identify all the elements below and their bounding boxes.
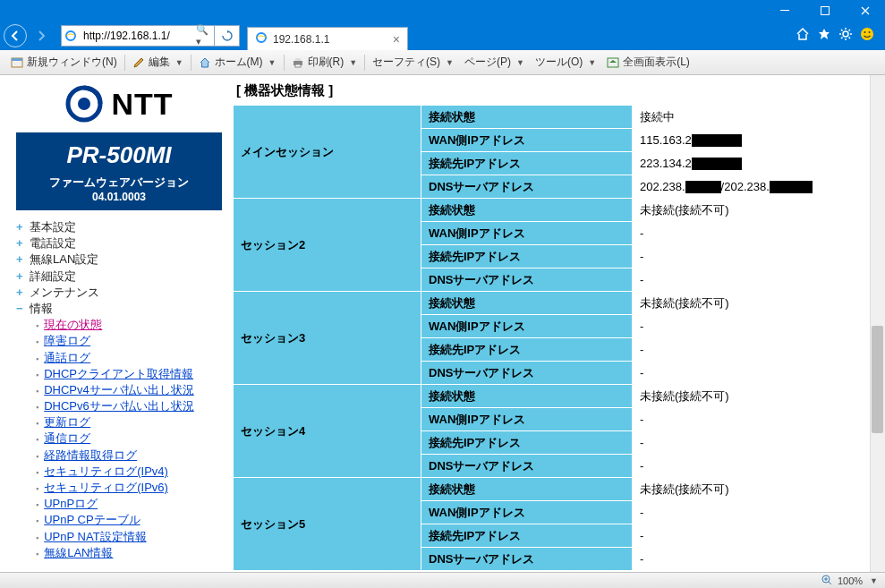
nav-back-button[interactable] — [4, 24, 27, 47]
nav-category[interactable]: 情報 — [16, 301, 222, 317]
ntt-logo: NTT — [16, 84, 222, 124]
table-row: セッション4接続状態未接続(接続不可) — [234, 385, 859, 408]
svg-rect-1 — [821, 7, 829, 15]
nav-category[interactable]: 電話設定 — [16, 235, 222, 251]
brand-text: NTT — [111, 87, 173, 122]
address-bar[interactable]: 🔍 ▾ — [61, 25, 215, 47]
nav-category[interactable]: メンテナンス — [16, 285, 222, 301]
separator — [284, 55, 285, 71]
fullscreen-label: 全画面表示(L) — [623, 55, 690, 70]
tools-label: ツール(O) — [535, 55, 583, 70]
zoom-icon[interactable] — [821, 575, 832, 587]
status-key-cell: DNSサーバアドレス — [421, 268, 633, 292]
status-key-cell: DNSサーバアドレス — [421, 455, 633, 478]
home-icon[interactable] — [796, 27, 810, 45]
nav-link-anchor[interactable]: UPnPログ — [44, 497, 98, 510]
nav-link-anchor[interactable]: セキュリティログ(IPv4) — [44, 464, 168, 478]
table-row: セッション2接続状態未接続(接続不可) — [234, 199, 859, 222]
tab-strip: 192.168.1.1 × — [247, 21, 408, 50]
printer-icon — [292, 56, 304, 69]
home-button[interactable]: ホーム(M)▼ — [193, 52, 282, 73]
favorites-icon[interactable] — [817, 27, 831, 45]
nav-category[interactable]: 無線LAN設定 — [16, 251, 222, 268]
settings-icon[interactable] — [838, 27, 853, 45]
safety-label: セーフティ(S) — [372, 55, 440, 70]
svg-rect-11 — [295, 58, 301, 61]
tab-close-button[interactable]: × — [393, 32, 400, 47]
page-title: [ 機器状態情報 ] — [233, 81, 881, 105]
nav-link-anchor[interactable]: 更新ログ — [44, 415, 90, 429]
nav-link-anchor[interactable]: セキュリティログ(IPv6) — [44, 481, 168, 494]
nav-link: 通信ログ — [36, 430, 222, 447]
url-input[interactable] — [80, 30, 196, 42]
svg-point-3 — [257, 33, 266, 42]
status-value-cell: - — [633, 431, 859, 455]
status-key-cell: 接続状態 — [421, 478, 633, 501]
nav-link: DHCPv4サーバ払い出し状況 — [36, 382, 222, 398]
nav-link-anchor[interactable]: 通話ログ — [44, 351, 90, 364]
fullscreen-button[interactable]: 全画面表示(L) — [601, 52, 695, 73]
nav-category[interactable]: 詳細設定 — [16, 268, 222, 285]
page-content: NTT PR-500MI ファームウェアバージョン 04.01.0003 基本設… — [0, 75, 885, 572]
status-key-cell: DNSサーバアドレス — [421, 548, 633, 571]
status-value-cell: 115.163.2 — [633, 129, 859, 152]
nav-category[interactable]: 基本設定 — [16, 219, 222, 235]
window-maximize-button[interactable] — [804, 0, 845, 21]
nav-link-anchor[interactable]: UPnP CPテーブル — [44, 513, 140, 526]
ie-icon — [255, 31, 268, 47]
command-toolbar: 新規ウィンドウ(N) 編集▼ ホーム(M)▼ 印刷(R)▼ セーフティ(S)▼ … — [0, 50, 885, 75]
status-key-cell: WAN側IPアドレス — [421, 222, 633, 245]
nav-link-anchor[interactable]: DHCPv4サーバ払い出し状況 — [44, 383, 194, 396]
status-key-cell: 接続先IPアドレス — [421, 524, 633, 548]
new-window-button[interactable]: 新規ウィンドウ(N) — [5, 52, 123, 73]
firmware-label: ファームウェアバージョン — [16, 175, 222, 191]
safety-button[interactable]: セーフティ(S)▼ — [367, 52, 459, 73]
svg-point-2 — [66, 31, 75, 40]
search-dropdown-icon[interactable]: 🔍 ▾ — [196, 24, 214, 47]
nav-forward-button[interactable] — [27, 23, 55, 48]
window-minimize-button[interactable] — [764, 0, 804, 21]
vertical-scrollbar[interactable] — [870, 75, 885, 572]
print-button[interactable]: 印刷(R)▼ — [286, 52, 363, 73]
firmware-version: 04.01.0003 — [16, 191, 222, 203]
browser-tab[interactable]: 192.168.1.1 × — [247, 27, 408, 50]
nav-link-anchor[interactable]: DHCPv6サーバ払い出し状況 — [44, 399, 194, 413]
pencil-icon — [132, 56, 145, 69]
status-value-cell: 202.238./202.238. — [633, 175, 859, 199]
home-icon — [199, 56, 211, 69]
window-titlebar — [0, 0, 885, 21]
smiley-icon[interactable] — [860, 27, 874, 45]
nav-link: DHCPクライアント取得情報 — [36, 366, 222, 382]
nav-link-anchor[interactable]: 通信ログ — [44, 431, 90, 445]
edit-label: 編集 — [149, 55, 170, 70]
tools-button[interactable]: ツール(O)▼ — [530, 52, 601, 73]
nav-link-anchor[interactable]: 経路情報取得ログ — [44, 448, 137, 462]
nav-link-anchor[interactable]: 現在の状態 — [44, 318, 102, 331]
edit-button[interactable]: 編集▼ — [127, 52, 189, 73]
svg-rect-0 — [780, 10, 789, 11]
status-key-cell: WAN側IPアドレス — [421, 501, 633, 524]
nav-link-anchor[interactable]: 障害ログ — [44, 334, 90, 347]
nav-link-anchor[interactable]: UPnP NAT設定情報 — [44, 530, 146, 543]
model-panel: PR-500MI ファームウェアバージョン 04.01.0003 — [16, 132, 222, 210]
new-window-label: 新規ウィンドウ(N) — [27, 55, 117, 70]
refresh-button[interactable] — [215, 25, 240, 47]
nav-link-anchor[interactable]: 無線LAN情報 — [44, 546, 113, 559]
status-key-cell: 接続状態 — [421, 292, 633, 315]
status-value-cell: - — [633, 315, 859, 338]
zoom-level[interactable]: 100% — [838, 575, 863, 586]
status-value-cell: - — [633, 408, 859, 431]
nav-link-anchor[interactable]: DHCPクライアント取得情報 — [44, 367, 193, 380]
status-value-cell: - — [633, 268, 859, 292]
status-key-cell: 接続先IPアドレス — [421, 245, 633, 268]
scroll-thumb[interactable] — [872, 326, 883, 433]
svg-rect-12 — [295, 64, 301, 67]
nav-link: 経路情報取得ログ — [36, 447, 222, 464]
status-key-cell: WAN側IPアドレス — [421, 129, 633, 152]
navbar-right-icons — [796, 27, 881, 45]
table-row: セッション3接続状態未接続(接続不可) — [234, 292, 859, 315]
window-close-button[interactable] — [845, 0, 885, 21]
status-value-cell: - — [633, 245, 859, 268]
page-button[interactable]: ページ(P)▼ — [459, 52, 530, 73]
zoom-dropdown-icon[interactable]: ▼ — [870, 576, 878, 585]
